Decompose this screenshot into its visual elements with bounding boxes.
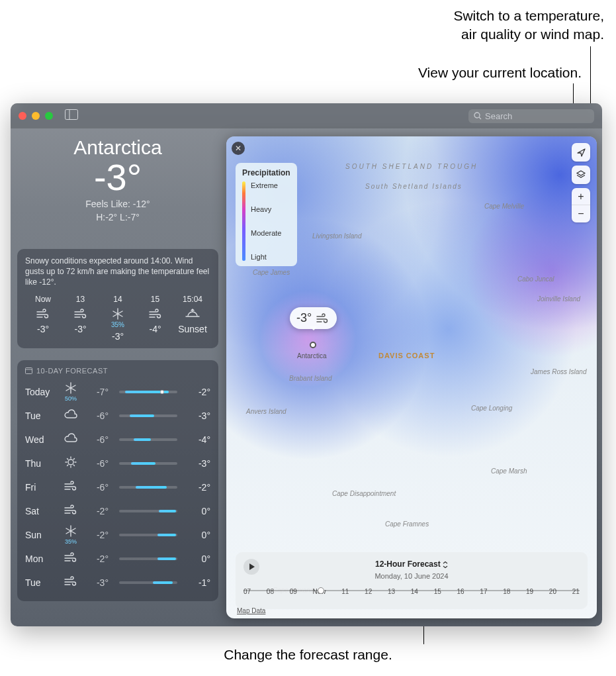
hourly-item: 15-4° bbox=[138, 295, 173, 342]
temp-range-bar bbox=[119, 510, 177, 512]
forecast-range-label: 12-Hour Forecast bbox=[375, 559, 441, 569]
day-name: Fri bbox=[25, 482, 56, 493]
forecast-day-row[interactable]: Sun35%-2°0° bbox=[25, 523, 210, 547]
day-name: Wed bbox=[25, 434, 56, 445]
forecast-day-row[interactable]: Thu-6°-3° bbox=[25, 452, 210, 475]
wind-icon bbox=[138, 307, 173, 321]
zoom-in-button[interactable]: + bbox=[572, 188, 590, 205]
map-label: SOUTH SHETLAND TROUGH bbox=[345, 163, 478, 170]
sidebar-toggle-button[interactable] bbox=[65, 109, 78, 122]
temp-range-bar bbox=[119, 557, 177, 560]
hourly-item: 13-3° bbox=[63, 295, 99, 342]
day-name: Sat bbox=[25, 506, 56, 516]
day-high: -1° bbox=[188, 577, 210, 588]
legend-level: Moderate bbox=[251, 229, 281, 237]
map-data-link[interactable]: Map Data bbox=[237, 607, 265, 614]
forecast-day-row[interactable]: Fri-6°-2° bbox=[25, 475, 210, 499]
map-pane[interactable]: SOUTH SHETLAND TROUGH South Shetland Isl… bbox=[226, 136, 597, 618]
wind-icon bbox=[61, 576, 81, 589]
fullscreen-window-button[interactable] bbox=[45, 112, 53, 120]
day-low: -2° bbox=[86, 530, 109, 540]
timeline-tick: 12 bbox=[365, 588, 372, 595]
timeline-slider[interactable]: 070809Now1112131415161718192021 bbox=[243, 588, 580, 605]
forecast-day-row[interactable]: Tue-3°-1° bbox=[25, 571, 210, 595]
hourly-item: 15:04Sunset bbox=[175, 295, 210, 342]
sun-icon bbox=[61, 456, 81, 470]
day-high: -2° bbox=[188, 482, 210, 493]
weather-window: Search Antarctica -3° Feels Like: -12° H… bbox=[11, 103, 602, 626]
chevron-updown-icon bbox=[443, 561, 448, 568]
callout-layers: Switch to a temperature, air quality or … bbox=[453, 7, 604, 44]
play-button[interactable] bbox=[243, 559, 259, 575]
forecast-day-row[interactable]: Mon-2°0° bbox=[25, 547, 210, 571]
snow-icon: 50% bbox=[61, 382, 81, 402]
timeline-tick: 16 bbox=[457, 588, 464, 595]
zoom-out-button[interactable]: − bbox=[572, 205, 590, 222]
timeline-tick: 07 bbox=[243, 588, 251, 595]
day-low: -7° bbox=[86, 387, 109, 397]
pin-label: Antarctica bbox=[297, 352, 326, 360]
ten-day-label: 10-DAY FORECAST bbox=[36, 367, 108, 375]
day-name: Sun bbox=[25, 530, 56, 540]
window-controls bbox=[19, 112, 53, 120]
day-low: -3° bbox=[86, 577, 109, 588]
wind-icon bbox=[61, 552, 81, 565]
temp-range-bar bbox=[119, 391, 177, 393]
minimize-window-button[interactable] bbox=[32, 112, 40, 120]
timeline-tick: 09 bbox=[290, 588, 297, 595]
forecast-day-row[interactable]: Sat-2°0° bbox=[25, 499, 210, 523]
map-label: Cape Melville bbox=[484, 203, 524, 210]
close-window-button[interactable] bbox=[19, 112, 26, 120]
snow-icon bbox=[100, 307, 136, 321]
temp-range-bar bbox=[119, 581, 177, 584]
temp-range-bar bbox=[119, 486, 177, 489]
search-field[interactable]: Search bbox=[468, 109, 594, 123]
map-controls: + − bbox=[572, 143, 590, 222]
forecast-day-row[interactable]: Today50%-7°-2° bbox=[25, 380, 210, 404]
day-name: Tue bbox=[25, 577, 56, 588]
close-map-button[interactable]: ✕ bbox=[232, 142, 245, 155]
day-name: Tue bbox=[25, 410, 56, 421]
legend-level: Extreme bbox=[251, 181, 281, 189]
day-high: 0° bbox=[188, 554, 210, 564]
forecast-day-row[interactable]: Tue-6°-3° bbox=[25, 404, 210, 428]
wind-icon bbox=[25, 307, 61, 321]
hourly-card[interactable]: Snowy conditions expected around 14:00. … bbox=[17, 249, 218, 348]
map-layers-button[interactable] bbox=[572, 166, 590, 184]
cloud-icon bbox=[61, 409, 81, 422]
timeline-tick: 15 bbox=[434, 588, 441, 595]
day-name: Today bbox=[25, 387, 56, 397]
legend-level: Light bbox=[251, 253, 281, 261]
locate-me-button[interactable] bbox=[572, 143, 590, 162]
map-label: Joinville Island bbox=[537, 295, 580, 303]
svg-line-3 bbox=[479, 117, 481, 119]
location-pin[interactable]: -3° bbox=[290, 307, 337, 329]
map-label: Cape James bbox=[253, 269, 290, 276]
search-icon bbox=[474, 112, 482, 120]
legend-level: Heavy bbox=[251, 205, 281, 213]
temp-range-bar bbox=[119, 414, 177, 417]
forecast-day-row[interactable]: Wed-6°-4° bbox=[25, 428, 210, 452]
callout-range: Change the forecast range. bbox=[0, 646, 616, 664]
day-low: -6° bbox=[86, 458, 109, 469]
legend-title: Precipitation bbox=[242, 168, 290, 177]
hourly-item: 1435%-3° bbox=[100, 295, 136, 342]
snow-icon: 35% bbox=[61, 525, 81, 545]
timeline-tick: 19 bbox=[526, 588, 533, 595]
ten-day-card[interactable]: 10-DAY FORECAST Today50%-7°-2°Tue-6°-3°W… bbox=[17, 360, 218, 601]
svg-rect-4 bbox=[26, 368, 32, 374]
day-high: -2° bbox=[188, 387, 210, 397]
hourly-item: Now-3° bbox=[25, 295, 61, 342]
map-label: Cabo Juncal bbox=[517, 275, 554, 283]
map-label: Livingston Island bbox=[312, 232, 362, 240]
map-label: Anvers Island bbox=[246, 408, 286, 415]
map-label: Cape Marsh bbox=[491, 467, 527, 475]
forecast-range-selector[interactable]: 12-Hour Forecast bbox=[375, 559, 448, 569]
location-arrow-icon bbox=[576, 148, 586, 158]
day-high: 0° bbox=[188, 506, 210, 516]
current-temperature: -3° bbox=[17, 159, 218, 196]
timeline-thumb[interactable] bbox=[318, 587, 324, 594]
wind-icon bbox=[63, 307, 99, 321]
wind-icon bbox=[61, 505, 81, 517]
day-low: -2° bbox=[86, 554, 109, 564]
